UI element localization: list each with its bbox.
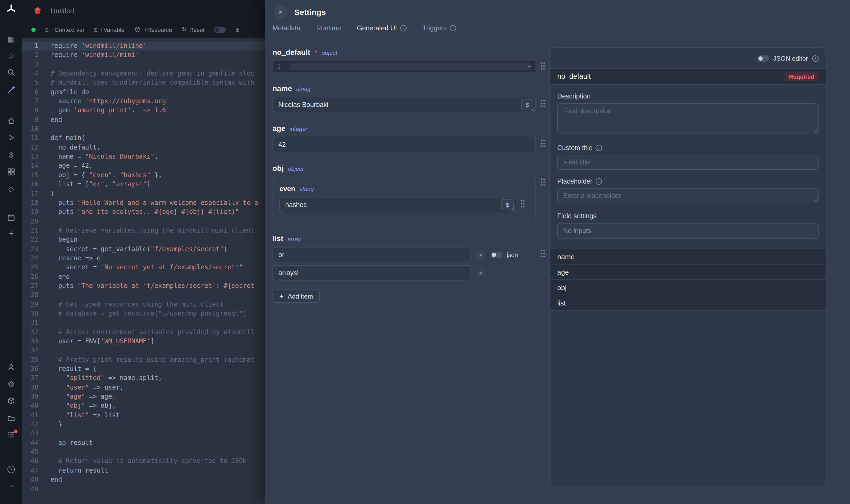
field-no-default: no_default* object 1 — [272,48,549,72]
name-input[interactable] [272,97,536,112]
add-plus-icon[interactable]: + [0,229,22,238]
custom-title-input[interactable] [557,155,819,170]
resources-icon[interactable] [0,167,22,177]
tab-metadata[interactable]: Metadata [272,24,300,36]
status-dot [31,28,36,32]
field-rows: name age obj list [550,249,826,311]
reset-icon: ↻ [182,26,186,33]
notification-dot [14,430,18,433]
info-icon[interactable]: i [596,178,602,185]
json-editor-label: JSON editor [773,55,808,62]
field-row-list[interactable]: list [550,295,826,311]
info-icon[interactable]: i [812,55,819,62]
settings-tabs: Metadata Runtime Generated UIi Triggersi [265,24,850,36]
list-item-input[interactable] [272,265,471,281]
drag-handle[interactable] [536,48,549,72]
even-input[interactable] [279,197,516,212]
sidebar: ▦ ☆ $ ◇ + ⚙ [0,0,22,504]
help-question-icon[interactable]: ? [0,465,22,474]
required-badge: Required [785,72,819,80]
no-inputs-box: No inputs [557,223,819,239]
description-label: Description [557,93,819,100]
field-row-obj[interactable]: obj [550,280,826,295]
drag-handle[interactable] [536,124,549,152]
json-toggle-label: json [507,251,518,258]
magic-wand-icon[interactable] [0,85,22,95]
dollar-icon: $ [45,26,49,33]
favorites-star-icon[interactable]: ☆ [0,51,22,60]
resize-grip[interactable] [813,198,817,202]
field-row-age[interactable]: age [550,265,826,280]
field-settings-label: Field settings [557,212,819,220]
user-account-icon[interactable] [0,362,22,372]
home-icon[interactable] [0,116,22,126]
reset-button[interactable]: ↻Reset [182,26,205,33]
resize-grip[interactable] [531,107,535,111]
tab-generated-ui[interactable]: Generated UIi [357,24,406,36]
remove-item-button[interactable]: × [476,250,485,259]
field-type: array [287,236,301,242]
plus-minus-icon: ± [236,25,239,34]
drag-handle[interactable] [536,84,549,112]
drag-handle[interactable] [536,234,549,303]
remove-item-button[interactable]: × [476,268,485,277]
info-icon[interactable]: i [400,25,406,31]
field-name: even [279,185,295,193]
custom-title-label: Custom titlei [557,144,819,152]
folders-icon[interactable] [0,414,22,423]
package-icon [134,26,141,33]
field-list: list array × json [272,234,549,303]
field-name: age [272,124,285,132]
drag-handle[interactable] [516,185,529,212]
description-textarea[interactable] [557,103,819,134]
list-item-input[interactable] [272,247,471,263]
tab-triggers[interactable]: Triggersi [422,24,456,36]
runs-play-icon[interactable] [0,132,22,142]
add-item-button[interactable]: + Add item [272,289,320,303]
drawer-title: Settings [294,7,326,17]
resize-grip[interactable] [511,207,515,211]
placeholder-input[interactable] [557,188,819,203]
info-icon[interactable]: i [596,145,602,151]
no-default-json-input[interactable]: 1 — [272,61,536,72]
field-row-name[interactable]: name [550,249,826,265]
audit-logs-icon[interactable] [0,430,22,439]
collapse-icon[interactable]: — [528,62,531,71]
apps-grid-icon[interactable]: ▦ [0,34,22,43]
json-mode-toggle[interactable] [491,251,503,258]
close-button[interactable]: × [274,5,287,19]
field-type: integer [290,126,307,132]
add-context-var-button[interactable]: $+Context var [45,26,85,33]
schedules-calendar-icon[interactable] [0,213,22,222]
script-title[interactable]: Untitled [51,7,74,15]
field-type: string [296,86,311,92]
search-icon[interactable] [0,68,22,77]
placeholder-label: Placeholderi [557,178,819,185]
required-marker: * [314,48,318,56]
drag-handle[interactable] [536,164,549,222]
object-properties-box: even string $ [272,177,536,222]
diff-toggle[interactable] [214,26,226,33]
windmill-logo-icon[interactable] [0,4,22,14]
json-editor-toggle[interactable] [757,55,769,62]
resize-grip[interactable] [813,129,817,133]
settings-gear-icon[interactable]: ⚙ [0,379,22,389]
settings-drawer: × Settings Metadata Runtime Generated UI… [265,0,850,504]
selected-field-row[interactable]: no_default Required [550,68,826,85]
workers-cube-icon[interactable] [0,396,22,406]
add-variable-button[interactable]: $+Variable [94,26,125,33]
field-name: name string $ [272,84,549,112]
age-input[interactable] [272,137,536,152]
collapse-sidebar-arrow-icon[interactable]: → [0,480,22,490]
assets-diamond-icon[interactable]: ◇ [0,184,22,194]
field-name: name [272,84,292,93]
variables-dollar-icon[interactable]: $ [0,150,22,160]
dollar-icon: $ [94,26,97,33]
tab-runtime[interactable]: Runtime [316,24,341,36]
drawer-header: × Settings [265,0,850,24]
add-resource-button[interactable]: +Resource [134,26,172,33]
plus-icon: + [279,293,284,300]
field-type: object [322,50,337,56]
field-inspector-panel: JSON editor i no_default Required Descri… [549,47,827,486]
info-icon[interactable]: i [450,25,456,31]
